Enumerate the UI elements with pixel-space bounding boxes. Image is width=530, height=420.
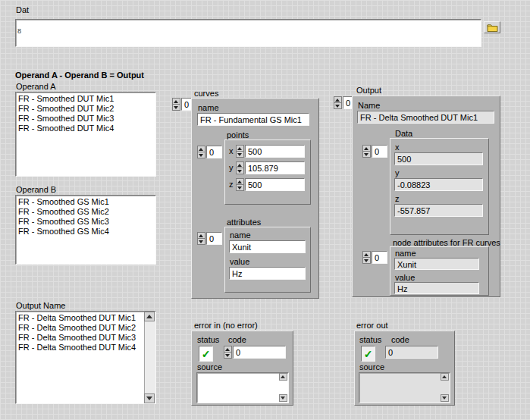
attribute-name-label: name bbox=[230, 230, 251, 240]
list-item[interactable]: FR - Smoothed GS Mic3 bbox=[18, 217, 109, 227]
decrement-icon[interactable] bbox=[172, 104, 180, 111]
decrement-icon[interactable] bbox=[236, 168, 244, 174]
node-attributes-index-spinner[interactable] bbox=[362, 251, 371, 264]
error-out-status-label: status bbox=[359, 335, 381, 344]
scroll-down-button[interactable] bbox=[441, 394, 449, 402]
browse-button[interactable] bbox=[484, 21, 500, 33]
curve-name-field[interactable]: FR - Fundamental GS Mic1 bbox=[197, 113, 309, 126]
path-type-glyph: 8 bbox=[17, 28, 21, 35]
error-in-status-indicator[interactable]: ✓ bbox=[199, 346, 213, 362]
output-curve-name-field: FR - Delta Smoothed DUT Mic1 bbox=[357, 111, 494, 124]
points-label: points bbox=[227, 130, 249, 139]
point-y-label: y bbox=[229, 163, 234, 172]
list-item[interactable]: FR - Smoothed GS Mic1 bbox=[18, 197, 109, 207]
error-in-status-label: status bbox=[197, 335, 219, 344]
scroll-up-button[interactable] bbox=[441, 373, 449, 381]
decrement-icon[interactable] bbox=[362, 257, 371, 264]
list-item[interactable]: FR - Delta Smoothed DUT Mic2 bbox=[18, 323, 136, 333]
output-name-scrollbar[interactable] bbox=[144, 312, 155, 403]
scroll-up-button[interactable] bbox=[279, 373, 287, 381]
operand-b-label: Operand B bbox=[16, 185, 56, 194]
points-index-field[interactable]: 0 bbox=[206, 146, 222, 158]
point-y-field[interactable]: 105.879 bbox=[245, 161, 305, 174]
node-attribute-value-label: value bbox=[395, 273, 415, 282]
error-out-status-indicator: ✓ bbox=[361, 346, 375, 362]
data-x-field: 500 bbox=[394, 152, 483, 165]
error-out-code-label: code bbox=[391, 335, 409, 344]
data-index-spinner[interactable] bbox=[362, 145, 371, 158]
list-item[interactable]: FR - Delta Smoothed DUT Mic4 bbox=[18, 343, 136, 353]
data-z-field: -557.857 bbox=[394, 204, 483, 217]
error-out-source-label: source bbox=[359, 362, 384, 371]
point-y-spinner[interactable] bbox=[236, 161, 244, 174]
labview-front-panel: Dat 8 Operand A - Operand B = Output Ope… bbox=[0, 0, 530, 420]
error-in-source-field[interactable] bbox=[196, 372, 289, 403]
list-item[interactable]: FR - Smoothed DUT Mic2 bbox=[18, 104, 114, 114]
data-z-label: z bbox=[395, 194, 400, 203]
decrement-icon[interactable] bbox=[197, 238, 205, 245]
error-out-code-field: 0 bbox=[385, 346, 438, 359]
decrement-icon[interactable] bbox=[224, 352, 232, 359]
scroll-down-button[interactable] bbox=[144, 393, 155, 403]
list-item[interactable]: FR - Smoothed DUT Mic3 bbox=[18, 114, 114, 124]
decrement-icon[interactable] bbox=[236, 184, 244, 191]
operand-a-label: Operand A bbox=[16, 82, 56, 91]
decrement-icon[interactable] bbox=[197, 152, 205, 158]
attributes-index-spinner[interactable] bbox=[197, 232, 205, 245]
error-out-label: error out bbox=[356, 321, 388, 330]
node-attribute-name-label: name bbox=[395, 249, 416, 258]
data-y-label: y bbox=[395, 168, 400, 177]
list-item[interactable]: FR - Delta Smoothed DUT Mic1 bbox=[18, 313, 136, 323]
scroll-down-button[interactable] bbox=[279, 394, 287, 402]
scroll-up-button[interactable] bbox=[144, 312, 155, 321]
error-in-label: error in (no error) bbox=[194, 321, 258, 330]
error-in-code-spinner[interactable] bbox=[224, 346, 232, 359]
attribute-value-label: value bbox=[230, 257, 249, 266]
curves-label: curves bbox=[194, 89, 218, 98]
path-control-label: Dat bbox=[16, 5, 29, 14]
decrement-icon[interactable] bbox=[236, 151, 244, 158]
attributes-index-field[interactable]: 0 bbox=[206, 232, 222, 245]
decrement-icon[interactable] bbox=[334, 102, 342, 109]
list-item[interactable]: FR - Smoothed GS Mic2 bbox=[18, 207, 109, 217]
node-attribute-name-field: Xunit bbox=[394, 258, 479, 270]
list-item[interactable]: FR - Smoothed DUT Mic1 bbox=[18, 94, 114, 104]
output-name-label: Output Name bbox=[16, 301, 65, 310]
points-index-spinner[interactable] bbox=[197, 146, 205, 158]
output-label: Output bbox=[356, 86, 381, 95]
point-x-field[interactable]: 500 bbox=[245, 145, 305, 158]
folder-icon bbox=[487, 24, 498, 32]
point-x-label: x bbox=[229, 146, 234, 155]
output-curve-name-label: Name bbox=[358, 101, 380, 110]
node-attribute-value-field: Hz bbox=[394, 282, 479, 294]
point-z-label: z bbox=[229, 180, 234, 189]
list-item[interactable]: FR - Smoothed GS Mic4 bbox=[18, 227, 109, 237]
attribute-value-field[interactable]: Hz bbox=[229, 267, 306, 280]
path-input[interactable] bbox=[15, 19, 481, 47]
curves-index-spinner[interactable] bbox=[172, 98, 180, 111]
error-out-source-field bbox=[359, 372, 450, 403]
node-attributes-index-field[interactable]: 0 bbox=[372, 251, 387, 264]
curve-name-label: name bbox=[198, 103, 219, 112]
error-in-code-label: code bbox=[228, 335, 246, 344]
equation-heading: Operand A - Operand B = Output bbox=[15, 71, 144, 80]
attributes-label: attributes bbox=[227, 218, 261, 227]
list-item[interactable]: FR - Delta Smoothed DUT Mic3 bbox=[18, 333, 136, 343]
output-index-spinner[interactable] bbox=[334, 96, 342, 109]
data-x-label: x bbox=[395, 143, 400, 152]
point-z-field[interactable]: 500 bbox=[245, 178, 305, 191]
attribute-name-field[interactable]: Xunit bbox=[229, 240, 306, 253]
point-x-spinner[interactable] bbox=[236, 145, 244, 158]
list-item[interactable]: FR - Smoothed DUT Mic4 bbox=[18, 124, 114, 133]
point-z-spinner[interactable] bbox=[236, 178, 244, 191]
data-y-field: -0.08823 bbox=[394, 178, 483, 191]
decrement-icon[interactable] bbox=[362, 151, 371, 158]
data-label: Data bbox=[395, 129, 412, 138]
error-in-source-label: source bbox=[197, 362, 222, 371]
data-index-field[interactable]: 0 bbox=[372, 145, 387, 158]
error-in-code-field[interactable]: 0 bbox=[233, 346, 286, 359]
